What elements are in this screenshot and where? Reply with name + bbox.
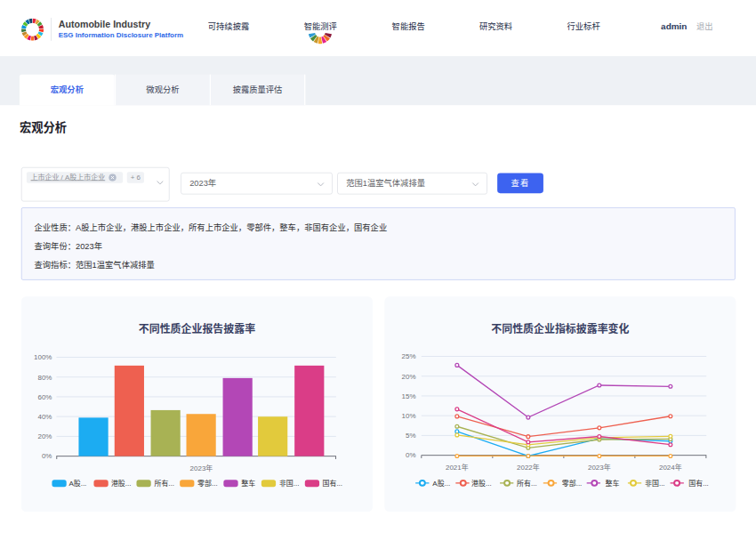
- svg-text:国有...: 国有...: [323, 479, 343, 488]
- svg-text:10%: 10%: [401, 412, 415, 420]
- svg-text:80%: 80%: [38, 374, 52, 382]
- svg-text:2021年: 2021年: [446, 463, 469, 472]
- svg-text:整车: 整车: [605, 479, 619, 488]
- svg-text:20%: 20%: [401, 373, 415, 381]
- svg-text:15%: 15%: [401, 392, 415, 400]
- svg-text:40%: 40%: [38, 413, 52, 421]
- svg-text:非国...: 非国...: [279, 479, 300, 488]
- svg-text:不同性质企业报告披露率: 不同性质企业报告披露率: [139, 322, 255, 335]
- svg-text:港股...: 港股...: [471, 479, 492, 488]
- svg-text:25%: 25%: [401, 352, 415, 360]
- svg-text:2022年: 2022年: [517, 463, 540, 472]
- svg-text:不同性质企业指标披露率变化: 不同性质企业指标披露率变化: [491, 322, 629, 335]
- svg-text:国有...: 国有...: [688, 479, 709, 488]
- svg-text:2023年: 2023年: [588, 463, 611, 472]
- svg-text:A股...: A股...: [68, 480, 86, 488]
- svg-text:零部...: 零部...: [197, 479, 218, 488]
- svg-text:整车: 整车: [241, 479, 255, 488]
- svg-text:非国...: 非国...: [645, 479, 665, 488]
- svg-text:A股...: A股...: [432, 480, 450, 488]
- svg-text:5%: 5%: [406, 432, 416, 440]
- svg-text:0%: 0%: [42, 452, 52, 460]
- svg-text:2024年: 2024年: [659, 463, 682, 472]
- svg-text:港股...: 港股...: [111, 479, 132, 488]
- svg-text:所有...: 所有...: [154, 479, 174, 488]
- svg-text:20%: 20%: [38, 432, 52, 440]
- svg-text:2023年: 2023年: [190, 464, 213, 472]
- svg-text:零部...: 零部...: [561, 479, 582, 488]
- svg-text:所有...: 所有...: [517, 479, 537, 488]
- svg-text:0%: 0%: [406, 451, 416, 459]
- svg-text:100%: 100%: [34, 353, 52, 361]
- svg-text:60%: 60%: [38, 393, 52, 401]
